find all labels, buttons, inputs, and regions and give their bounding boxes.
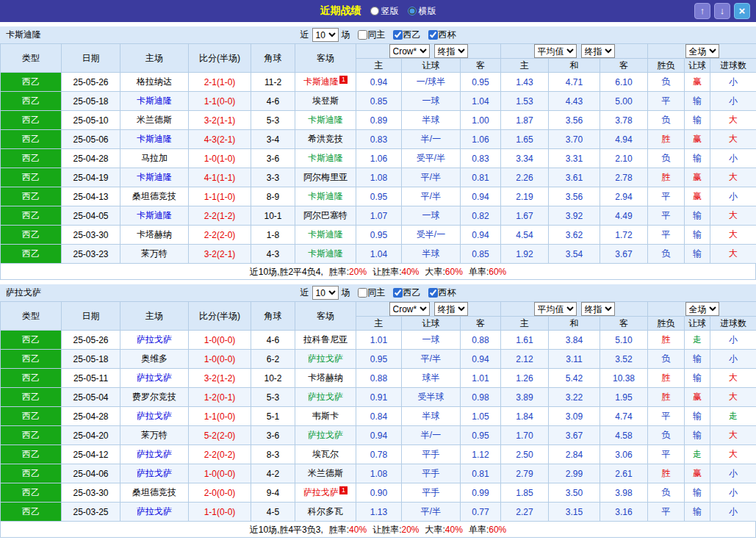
filter-option-1[interactable]: 西乙 [389,287,421,299]
section-summary: 近10场,胜4平3负3,胜率:40%让胜率:20%大率:40%单率:60% [0,522,756,538]
away-team[interactable]: 埃瓦尔 [295,445,356,464]
corners: 10-2 [251,369,295,388]
scope-select[interactable]: 全场 [685,44,719,58]
corners: 4-6 [251,92,295,111]
asia-source-select[interactable]: Crow* [389,44,430,58]
match-count-select[interactable]: 10 [312,28,339,42]
away-team[interactable]: 卡斯迪隆1 [295,73,356,92]
match-date: 25-05-18 [62,92,120,111]
col-subheader: 胜负 [648,317,685,331]
summary-stat-value: 40% [349,525,367,535]
layout-option-horizontal[interactable]: 横版 [408,5,436,18]
home-team[interactable]: 卡塔赫纳 [120,226,189,245]
asia-home-odds: 1.08 [356,168,402,187]
match-score: 1-1(1-0) [189,187,251,206]
match-count-select[interactable]: 10 [312,286,339,300]
result-outcome: 胜 [648,130,685,149]
home-team[interactable]: 米兰德斯 [120,111,189,130]
home-team[interactable]: 卡斯迪隆 [120,168,189,187]
filter-checkbox-2[interactable] [428,30,438,40]
away-team[interactable]: 卡斯迪隆 [295,187,356,206]
euro-source-select[interactable]: 平均值 [534,44,577,58]
filter-option-2[interactable]: 西杯 [424,287,456,299]
away-team[interactable]: 萨拉戈萨 [295,426,356,445]
away-team[interactable]: 拉科鲁尼亚 [295,331,356,350]
col-subheader: 客 [461,317,501,331]
home-team[interactable]: 马拉加 [120,149,189,168]
home-team[interactable]: 萨拉戈萨 [120,503,189,522]
scope-select[interactable]: 全场 [685,302,719,316]
home-team[interactable]: 萨拉戈萨 [120,445,189,464]
vertical-radio[interactable] [370,7,379,15]
filter-option-0[interactable]: 同主 [353,29,386,41]
home-team[interactable]: 莱万特 [120,245,189,264]
euro-time-select[interactable]: 终指 [581,302,615,316]
away-team[interactable]: 卡斯迪隆 [295,245,356,264]
home-team[interactable]: 萨拉戈萨 [120,407,189,426]
scroll-up-button[interactable]: ↑ [694,3,710,19]
match-date: 25-05-26 [62,73,120,92]
horizontal-radio[interactable] [408,7,417,15]
asia-away-odds: 1.04 [461,92,501,111]
filter-option-1[interactable]: 西乙 [389,29,421,41]
away-team[interactable]: 萨拉戈萨1 [295,483,356,503]
asia-time-select[interactable]: 终指 [434,44,468,58]
euro-source-select[interactable]: 平均值 [534,302,577,316]
result-outcome: 平 [648,226,685,245]
euro-home-odds: 2.26 [501,168,549,187]
result-handicap: 输 [685,92,710,111]
home-team[interactable]: 奥维多 [120,350,189,369]
league-badge: 西乙 [1,464,62,483]
match-row: 西乙 25-05-11 萨拉戈萨 3-2(1-2) 10-2 卡塔赫纳 0.88… [1,369,756,388]
layout-option-vertical[interactable]: 竖版 [370,5,399,18]
home-team[interactable]: 桑坦德竞技 [120,483,189,503]
match-date: 25-05-06 [62,130,120,149]
away-team[interactable]: 阿尔梅里亚 [295,168,356,187]
filter-checkbox-2[interactable] [428,288,438,298]
away-team[interactable]: 韦斯卡 [295,407,356,426]
home-team[interactable]: 桑坦德竞技 [120,187,189,206]
filter-option-0[interactable]: 同主 [353,287,386,299]
result-handicap: 输 [685,111,710,130]
home-team[interactable]: 费罗尔竞技 [120,388,189,407]
away-team[interactable]: 卡斯迪隆 [295,226,356,245]
matches-table: 类型日期主场比分(半场)角球客场Crow*终指平均值终指全场主让球客主和客胜负让… [0,301,756,522]
home-team[interactable]: 卡斯迪隆 [120,130,189,149]
match-score: 1-1(0-0) [189,92,251,111]
result-goals: 大 [710,168,756,187]
asia-source-select[interactable]: Crow* [389,302,430,316]
filter-checkbox-1[interactable] [393,288,403,298]
home-team[interactable]: 莱万特 [120,426,189,445]
away-team[interactable]: 卡塔赫纳 [295,369,356,388]
away-team[interactable]: 萨拉戈萨 [295,388,356,407]
col-header: 类型 [1,44,62,73]
home-team[interactable]: 萨拉戈萨 [120,369,189,388]
close-button[interactable]: × [734,3,750,19]
filter-checkbox-1[interactable] [393,30,403,40]
filter-checkbox-0[interactable] [358,30,367,40]
away-team[interactable]: 希洪竞技 [295,130,356,149]
match-score: 2-1(1-0) [189,73,251,92]
euro-time-select[interactable]: 终指 [581,44,615,58]
scroll-down-button[interactable]: ↓ [714,3,730,19]
match-date: 25-05-11 [62,369,120,388]
result-goals: 大 [710,111,756,130]
asia-home-odds: 0.89 [356,111,402,130]
away-team[interactable]: 萨拉戈萨 [295,350,356,369]
home-team[interactable]: 卡斯迪隆 [120,92,189,111]
home-team[interactable]: 卡斯迪隆 [120,206,189,226]
asia-time-select[interactable]: 终指 [434,302,468,316]
result-handicap: 赢 [685,168,710,187]
away-team[interactable]: 科尔多瓦 [295,503,356,522]
away-team[interactable]: 卡斯迪隆 [295,149,356,168]
away-team[interactable]: 埃登斯 [295,92,356,111]
home-team[interactable]: 格拉纳达 [120,73,189,92]
away-team[interactable]: 卡斯迪隆 [295,111,356,130]
home-team[interactable]: 萨拉戈萨 [120,464,189,483]
filter-option-2[interactable]: 西杯 [424,29,456,41]
euro-away-odds: 3.16 [600,503,648,522]
filter-checkbox-0[interactable] [358,288,367,298]
away-team[interactable]: 阿尔巴塞特 [295,206,356,226]
home-team[interactable]: 萨拉戈萨 [120,331,189,350]
away-team[interactable]: 米兰德斯 [295,464,356,483]
